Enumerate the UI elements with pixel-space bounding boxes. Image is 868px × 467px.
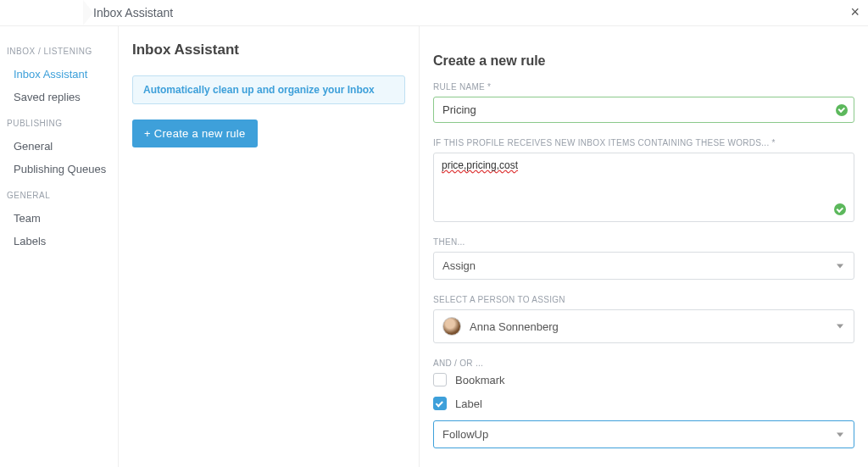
modal-header: Inbox Assistant × (0, 0, 868, 26)
sidebar-item-saved-replies[interactable]: Saved replies (7, 86, 114, 108)
create-rule-button[interactable]: + Create a new rule (132, 120, 258, 147)
form-heading: Create a new rule (433, 53, 854, 69)
avatar (442, 317, 461, 336)
sidebar-item-team[interactable]: Team (7, 207, 114, 230)
action-select[interactable]: Assign (433, 252, 854, 280)
rule-name-input[interactable] (433, 97, 854, 123)
middle-heading: Inbox Assistant (132, 42, 405, 58)
label-label: Label (455, 398, 482, 410)
middle-panel: Inbox Assistant Automatically clean up a… (119, 26, 420, 467)
sidebar-item-inbox-assistant[interactable]: Inbox Assistant (7, 63, 114, 86)
close-icon[interactable]: × (850, 3, 860, 21)
check-circle-icon (834, 203, 846, 215)
words-textarea[interactable] (433, 153, 854, 222)
main-layout: INBOX / LISTENING Inbox Assistant Saved … (0, 26, 868, 467)
action-value: Assign (442, 259, 476, 272)
modal-title: Inbox Assistant (93, 6, 173, 19)
chevron-down-icon (837, 264, 843, 268)
person-label: SELECT A PERSON TO ASSIGN (433, 295, 854, 304)
bookmark-label: Bookmark (455, 374, 505, 386)
rule-name-wrap (433, 97, 854, 123)
label-select[interactable]: FollowUp (433, 420, 854, 448)
bookmark-checkbox[interactable] (433, 373, 447, 386)
sidebar-item-labels[interactable]: Labels (7, 230, 114, 253)
bookmark-row: Bookmark (433, 373, 854, 386)
sidebar-item-general-pub[interactable]: General (7, 135, 114, 158)
breadcrumb-chevron (0, 0, 93, 26)
sidebar-group-general: GENERAL (7, 191, 114, 200)
then-label: THEN... (433, 237, 854, 247)
words-label: IF THIS PROFILE RECEIVES NEW INBOX ITEMS… (433, 138, 854, 147)
sidebar: INBOX / LISTENING Inbox Assistant Saved … (0, 26, 119, 467)
info-banner: Automatically clean up and organize your… (132, 75, 405, 104)
right-panel: Create a new rule RULE NAME * IF THIS PR… (420, 26, 868, 467)
check-circle-icon (836, 104, 848, 116)
label-select-value: FollowUp (442, 428, 488, 441)
andor-label: AND / OR ... (433, 359, 854, 368)
sidebar-group-inbox: INBOX / LISTENING (7, 47, 114, 56)
rule-name-label: RULE NAME * (433, 82, 854, 92)
chevron-down-icon (837, 432, 843, 436)
label-row: Label (433, 397, 854, 410)
sidebar-item-publishing-queues[interactable]: Publishing Queues (7, 158, 114, 181)
chevron-down-icon (837, 325, 843, 329)
label-checkbox[interactable] (433, 397, 447, 410)
person-select[interactable]: Anna Sonnenberg (433, 309, 854, 343)
sidebar-group-publishing: PUBLISHING (7, 119, 114, 128)
words-wrap: price,pricing,cost (433, 153, 854, 225)
person-value: Anna Sonnenberg (470, 320, 559, 333)
